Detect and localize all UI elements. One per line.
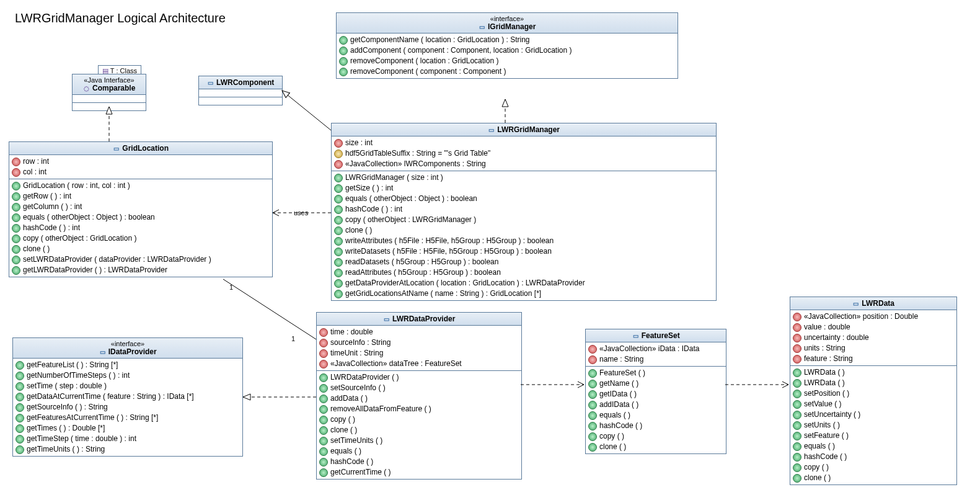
operation-text: getDataAtCurrentTime ( feature : String … bbox=[27, 392, 194, 401]
class-name: LWRData bbox=[862, 299, 894, 308]
visibility-icon bbox=[793, 411, 801, 419]
operation: setTime ( step : double ) bbox=[15, 381, 240, 391]
operation: equals ( otherObject : Object ) : boolea… bbox=[12, 212, 270, 223]
operation: setPosition ( ) bbox=[793, 388, 954, 399]
attribute-text: «JavaCollection» position : Double bbox=[804, 312, 918, 321]
visibility-icon bbox=[15, 403, 24, 412]
class-name: LWRGridManager bbox=[497, 125, 560, 134]
attribute: col : int bbox=[12, 167, 270, 177]
operation: readDatasets ( h5Group : H5Group ) : boo… bbox=[334, 257, 713, 267]
class-featureset: FeatureSet «JavaCollection» iData : IDat… bbox=[585, 329, 726, 454]
attribute: sourceInfo : String bbox=[319, 337, 519, 348]
operation-text: LWRData ( ) bbox=[804, 368, 845, 377]
operation: copy ( otherObject : LWRGridManager ) bbox=[334, 215, 713, 225]
operation: clone ( ) bbox=[588, 442, 723, 452]
visibility-icon bbox=[793, 442, 801, 451]
operation: getColumn ( ) : int bbox=[12, 202, 270, 212]
operation-text: getColumn ( ) : int bbox=[23, 202, 82, 212]
attribute: row : int bbox=[12, 156, 270, 167]
visibility-icon bbox=[793, 400, 801, 409]
operation-text: clone ( ) bbox=[23, 244, 50, 254]
attribute-text: «JavaCollection» dataTree : FeatureSet bbox=[330, 359, 462, 368]
visibility-icon bbox=[793, 313, 801, 321]
visibility-icon bbox=[793, 334, 801, 342]
operation: clone ( ) bbox=[793, 473, 954, 483]
operation-text: getTimeUnits ( ) : String bbox=[27, 445, 105, 454]
visibility-icon bbox=[12, 158, 20, 166]
visibility-icon bbox=[334, 248, 343, 256]
visibility-icon bbox=[793, 379, 801, 388]
operation: equals ( ) bbox=[793, 441, 954, 452]
operation: removeComponent ( location : GridLocatio… bbox=[339, 56, 675, 66]
visibility-icon bbox=[15, 445, 24, 454]
visibility-icon bbox=[15, 424, 24, 433]
operation-text: equals ( ) bbox=[330, 447, 361, 456]
operation: setFeature ( ) bbox=[793, 431, 954, 441]
visibility-icon bbox=[339, 47, 348, 55]
operation-text: hashCode ( ) : int bbox=[23, 223, 80, 233]
operation-text: getSourceInfo ( ) : String bbox=[27, 403, 108, 412]
class-name: IGridManager bbox=[488, 22, 536, 31]
operation: copy ( ) bbox=[319, 414, 519, 425]
operation-text: setLWRDataProvider ( dataProvider : LWRD… bbox=[23, 255, 211, 264]
attribute-text: name : String bbox=[599, 355, 643, 364]
attribute-text: units : String bbox=[804, 344, 845, 353]
visibility-icon bbox=[334, 269, 343, 277]
operation: copy ( ) bbox=[793, 462, 954, 473]
class-name: IDataProvider bbox=[108, 347, 157, 356]
operation-text: getTimeStep ( time : double ) : int bbox=[27, 434, 136, 444]
visibility-icon bbox=[334, 258, 343, 267]
operation: getCurrentTime ( ) bbox=[319, 467, 519, 478]
attribute-text: feature : String bbox=[804, 354, 853, 364]
operation: removeComponent ( component : Component … bbox=[339, 66, 675, 77]
uses-label: uses bbox=[293, 209, 309, 217]
operation: setTimeUnits ( ) bbox=[319, 435, 519, 446]
operation-text: getFeaturesAtCurrentTime ( ) : String [*… bbox=[27, 413, 158, 422]
visibility-icon bbox=[12, 224, 20, 233]
attribute: value : double bbox=[793, 322, 954, 333]
operation-text: clone ( ) bbox=[804, 473, 831, 483]
operation: writeAttributes ( h5File : H5File, h5Gro… bbox=[334, 236, 713, 246]
operation-text: setTime ( step : double ) bbox=[27, 382, 107, 391]
class-comparable: «Java Interface» Comparable bbox=[72, 74, 146, 111]
operation-text: getComponentName ( location : GridLocati… bbox=[350, 35, 529, 45]
attribute: time : double bbox=[319, 327, 519, 337]
attribute-text: sourceInfo : String bbox=[330, 338, 391, 347]
visibility-icon bbox=[319, 360, 328, 368]
operation: getRow ( ) : int bbox=[12, 191, 270, 202]
visibility-icon bbox=[334, 184, 343, 193]
operation-text: addIData ( ) bbox=[599, 400, 638, 409]
class-lwrdata: LWRData «JavaCollection» position : Doub… bbox=[790, 297, 957, 485]
class-icon bbox=[488, 125, 495, 132]
visibility-icon bbox=[793, 390, 801, 398]
visibility-icon bbox=[793, 368, 801, 377]
visibility-icon bbox=[793, 474, 801, 483]
operation-text: hashCode ( ) bbox=[599, 421, 642, 431]
visibility-icon bbox=[12, 213, 20, 222]
operation: LWRData ( ) bbox=[793, 378, 954, 388]
visibility-icon bbox=[334, 160, 343, 169]
operation: getLWRDataProvider ( ) : LWRDataProvider bbox=[12, 265, 270, 275]
visibility-icon bbox=[319, 458, 328, 467]
operation: setValue ( ) bbox=[793, 399, 954, 409]
operation: getTimeUnits ( ) : String bbox=[15, 444, 240, 455]
class-gridlocation: GridLocation row : intcol : int GridLoca… bbox=[9, 141, 273, 277]
operation-text: getName ( ) bbox=[599, 379, 638, 388]
visibility-icon bbox=[15, 414, 24, 422]
class-name: LWRComponent bbox=[216, 78, 274, 87]
visibility-icon bbox=[588, 380, 597, 388]
attribute-text: «JavaCollection» lWRComponents : String bbox=[345, 159, 486, 169]
operation-text: setUncertainty ( ) bbox=[804, 410, 860, 419]
operation: readAttributes ( h5Group : H5Group ) : b… bbox=[334, 267, 713, 278]
operation: clone ( ) bbox=[319, 425, 519, 435]
mult-1: 1 bbox=[229, 283, 233, 291]
visibility-icon bbox=[588, 369, 597, 378]
class-lwrdataprovider: LWRDataProvider time : doublesourceInfo … bbox=[316, 312, 522, 480]
operation-text: clone ( ) bbox=[345, 226, 372, 235]
visibility-icon bbox=[12, 192, 20, 201]
class-icon bbox=[207, 78, 214, 84]
visibility-icon bbox=[319, 437, 328, 445]
operation-text: getDataProviderAtLocation ( location : G… bbox=[345, 279, 585, 288]
attribute: name : String bbox=[588, 354, 723, 365]
operation-text: copy ( otherObject : GridLocation ) bbox=[23, 234, 136, 243]
